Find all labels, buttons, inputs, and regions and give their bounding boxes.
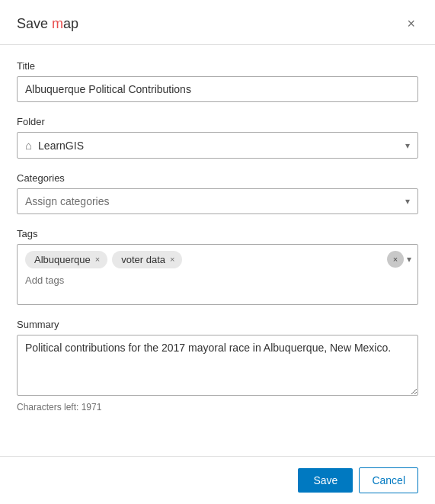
categories-label: Categories [17,172,418,184]
categories-chevron-icon: ▾ [405,196,410,207]
dialog-title: Save map [17,16,78,32]
categories-dropdown[interactable]: Assign categories ▾ [17,188,418,214]
title-label: Title [17,60,418,72]
cancel-button[interactable]: Cancel [359,467,418,493]
tag-voter-data-label: voter data [121,254,165,265]
folder-dropdown[interactable]: ⌂ LearnGIS ▾ [17,132,418,159]
dialog-header: Save map × [0,0,435,45]
summary-label: Summary [17,319,418,330]
tag-albuquerque-label: Albuquerque [34,254,91,265]
categories-field-group: Categories Assign categories ▾ [17,172,418,214]
dialog-footer: Save Cancel [0,456,435,504]
folder-value: LearnGIS [38,140,84,152]
summary-field-group: Summary Political contributions for the … [17,319,418,413]
char-count: Characters left: 1971 [17,402,418,413]
dialog-body: Title Folder ⌂ LearnGIS ▾ Categories Ass… [0,45,435,456]
tag-albuquerque: Albuquerque × [25,251,107,268]
summary-input[interactable]: Political contributions for the 2017 may… [17,335,418,396]
folder-field-group: Folder ⌂ LearnGIS ▾ [17,116,418,159]
close-button[interactable]: × [404,15,418,32]
title-field-group: Title [17,60,418,102]
tags-field-group: Tags Albuquerque × voter data × × ▾ A [17,228,418,305]
tags-controls: × ▾ [387,251,411,268]
tag-voter-data: voter data × [112,251,182,268]
folder-label: Folder [17,116,418,127]
tags-label: Tags [17,228,418,239]
tags-chevron-icon[interactable]: ▾ [407,254,411,265]
add-tags-placeholder[interactable]: Add tags [25,274,410,286]
save-button[interactable]: Save [298,468,353,493]
save-map-dialog: Save map × Title Folder ⌂ LearnGIS ▾ Cat… [0,0,435,504]
tags-row: Albuquerque × voter data × [25,251,410,268]
title-input[interactable] [17,76,418,102]
home-icon: ⌂ [25,139,32,152]
tag-albuquerque-remove[interactable]: × [95,255,100,264]
folder-chevron-icon: ▾ [405,140,410,151]
categories-placeholder: Assign categories [25,195,110,207]
tags-box: Albuquerque × voter data × × ▾ Add tags [17,244,418,305]
title-highlight: m [52,16,63,31]
tag-voter-data-remove[interactable]: × [170,255,174,264]
folder-dropdown-content: ⌂ LearnGIS [25,139,84,152]
clear-all-tags-button[interactable]: × [387,251,404,268]
